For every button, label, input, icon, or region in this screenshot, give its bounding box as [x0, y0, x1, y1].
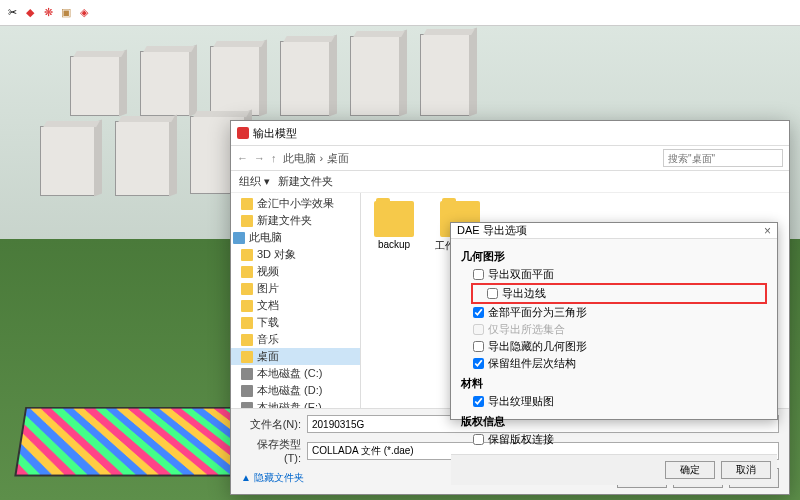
options-dialog: DAE 导出选项 × 几何图形导出双面平面导出边线金部平面分为三角形仅导出所选集…: [450, 222, 778, 420]
tool-icon[interactable]: ❋: [40, 5, 56, 21]
filename-label: 文件名(N):: [241, 417, 301, 432]
hide-folders-link[interactable]: ▲ 隐藏文件夹: [241, 469, 304, 487]
app-icon: [237, 127, 249, 139]
options-title: DAE 导出选项: [457, 223, 527, 238]
checkbox-row[interactable]: 导出隐藏的几何图形: [461, 338, 767, 355]
tree-item[interactable]: 本地磁盘 (E:): [231, 399, 360, 408]
tree-item[interactable]: 本地磁盘 (D:): [231, 382, 360, 399]
checkbox[interactable]: [473, 358, 484, 369]
breadcrumb[interactable]: 此电脑› 桌面: [283, 151, 658, 166]
tool-icon[interactable]: ◈: [76, 5, 92, 21]
section-header: 版权信息: [461, 414, 767, 429]
cancel-button[interactable]: 取消: [721, 461, 771, 479]
dialog-titlebar: 输出模型: [231, 121, 789, 145]
folder-icon: [241, 300, 253, 312]
folder-icon: [241, 266, 253, 278]
tree-item[interactable]: 新建文件夹: [231, 212, 360, 229]
checkbox[interactable]: [473, 269, 484, 280]
tree-item[interactable]: 金汇中小学效果: [231, 195, 360, 212]
search-input[interactable]: [663, 149, 783, 167]
folder-icon: [241, 198, 253, 210]
tree-item[interactable]: 本地磁盘 (C:): [231, 365, 360, 382]
back-button[interactable]: ←: [237, 152, 248, 164]
checkbox[interactable]: [473, 396, 484, 407]
tool-icon[interactable]: ✂: [4, 5, 20, 21]
checkbox[interactable]: [473, 307, 484, 318]
checkbox-row[interactable]: 导出双面平面: [461, 266, 767, 283]
folder-icon: [241, 334, 253, 346]
checkbox[interactable]: [473, 434, 484, 445]
tree-item[interactable]: 下载: [231, 314, 360, 331]
folder-icon: [241, 317, 253, 329]
tree-item[interactable]: 桌面: [231, 348, 360, 365]
dialog-toolbar: 组织 ▾ 新建文件夹: [231, 171, 789, 193]
nav-bar: ← → ↑ 此电脑› 桌面: [231, 145, 789, 171]
tree-item[interactable]: 文档: [231, 297, 360, 314]
tree-item[interactable]: 此电脑: [231, 229, 360, 246]
folder-icon: [241, 215, 253, 227]
tool-icon[interactable]: ◆: [22, 5, 38, 21]
checkbox-row[interactable]: 金部平面分为三角形: [461, 304, 767, 321]
checkbox-row: 仅导出所选集合: [461, 321, 767, 338]
section-header: 几何图形: [461, 249, 767, 264]
folder-tree[interactable]: 金汇中小学效果新建文件夹此电脑3D 对象视频图片文档下载音乐桌面本地磁盘 (C:…: [231, 193, 361, 408]
checkbox-row[interactable]: 保留版权连接: [461, 431, 767, 448]
close-icon[interactable]: ×: [764, 224, 771, 238]
folder-icon: [374, 201, 414, 237]
highlighted-option: 导出边线: [471, 283, 767, 304]
tree-item[interactable]: 音乐: [231, 331, 360, 348]
new-folder-button[interactable]: 新建文件夹: [278, 174, 333, 189]
ok-button[interactable]: 确定: [665, 461, 715, 479]
checkbox-row[interactable]: 保留组件层次结构: [461, 355, 767, 372]
section-header: 材料: [461, 376, 767, 391]
folder-icon: [241, 351, 253, 363]
tool-icon[interactable]: ▣: [58, 5, 74, 21]
folder-icon: [241, 283, 253, 295]
up-button[interactable]: ↑: [271, 152, 277, 164]
folder-icon: [241, 249, 253, 261]
forward-button[interactable]: →: [254, 152, 265, 164]
disk-icon: [241, 385, 253, 397]
main-toolbar: ✂ ◆ ❋ ▣ ◈: [0, 0, 800, 26]
disk-icon: [241, 368, 253, 380]
checkbox[interactable]: [473, 341, 484, 352]
file-item[interactable]: backup: [369, 201, 419, 250]
organize-menu[interactable]: 组织 ▾: [239, 174, 270, 189]
colorful-building: [14, 407, 246, 476]
checkbox[interactable]: [487, 288, 498, 299]
tree-item[interactable]: 图片: [231, 280, 360, 297]
checkbox-row[interactable]: 导出边线: [475, 285, 763, 302]
checkbox: [473, 324, 484, 335]
pc-icon: [233, 232, 245, 244]
tree-item[interactable]: 视频: [231, 263, 360, 280]
checkbox-row[interactable]: 导出纹理贴图: [461, 393, 767, 410]
filetype-label: 保存类型(T):: [241, 437, 301, 464]
dialog-title: 输出模型: [253, 126, 297, 141]
tree-item[interactable]: 3D 对象: [231, 246, 360, 263]
